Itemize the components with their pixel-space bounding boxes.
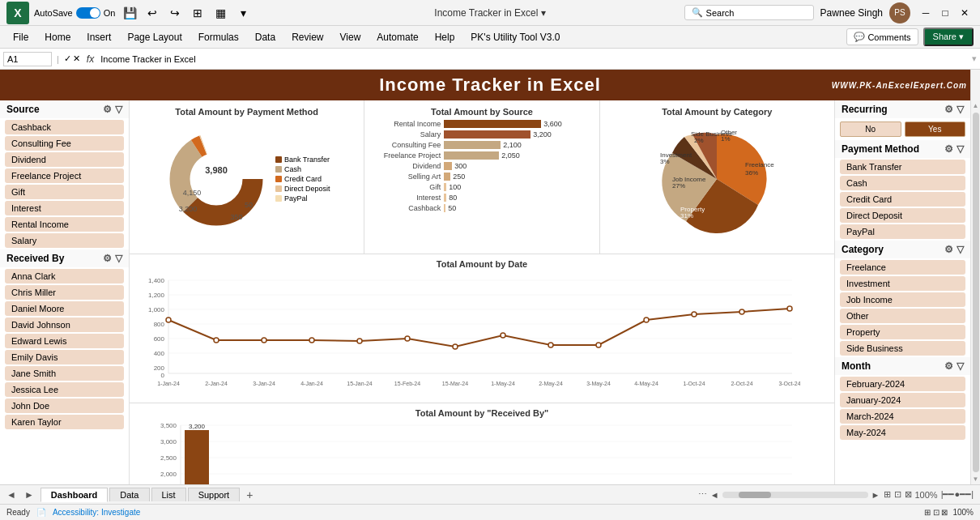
received-john-doe[interactable]: John Doe bbox=[5, 399, 124, 413]
sheet-options-icon[interactable]: ⋯ bbox=[698, 489, 707, 500]
source-filter-icon[interactable]: ▽ bbox=[115, 104, 122, 115]
received-filter-icon[interactable]: ▽ bbox=[115, 253, 122, 264]
comments-button[interactable]: 💬 Comments bbox=[846, 28, 918, 45]
scrollbar-left-icon[interactable]: ◄ bbox=[710, 490, 719, 500]
source-salary[interactable]: Salary bbox=[5, 233, 124, 248]
close-button[interactable]: ✕ bbox=[956, 4, 974, 22]
menu-automate[interactable]: Automate bbox=[370, 28, 424, 46]
payment-credit-card[interactable]: Credit Card bbox=[840, 192, 965, 207]
tab-nav-left[interactable]: ◄ bbox=[3, 489, 19, 501]
category-other[interactable]: Other bbox=[840, 309, 965, 323]
received-daniel-moore[interactable]: Daniel Moore bbox=[5, 301, 124, 316]
received-emily-davis[interactable]: Emily Davis bbox=[5, 350, 124, 364]
view-normal-icon[interactable]: ⊞ bbox=[884, 489, 891, 500]
menu-view[interactable]: View bbox=[334, 28, 368, 46]
vertical-scrollbar[interactable]: ▲ ▼ bbox=[970, 100, 980, 484]
formula-expand-icon[interactable]: ▾ bbox=[972, 53, 977, 64]
recurring-filter-icon[interactable]: ▽ bbox=[957, 104, 964, 115]
source-rental-income[interactable]: Rental Income bbox=[5, 217, 124, 232]
source-freelance-project[interactable]: Freelance Project bbox=[5, 168, 124, 183]
received-karen-taylor[interactable]: Karen Taylor bbox=[5, 415, 124, 429]
source-interest[interactable]: Interest bbox=[5, 201, 124, 215]
received-jessica-lee[interactable]: Jessica Lee bbox=[5, 382, 124, 397]
received-label: Received By bbox=[6, 253, 64, 264]
scrollbar-right-icon[interactable]: ► bbox=[871, 490, 880, 500]
svg-text:27%: 27% bbox=[672, 182, 685, 190]
zoom-slider-icon[interactable]: |━━●━━| bbox=[941, 489, 974, 500]
recurring-yes-button[interactable]: Yes bbox=[905, 121, 966, 137]
view-page-layout-icon[interactable]: ⊡ bbox=[894, 489, 901, 500]
view-page-break-icon[interactable]: ⊠ bbox=[905, 489, 912, 500]
month-jan-2024[interactable]: January-2024 bbox=[840, 393, 965, 407]
tab-support[interactable]: Support bbox=[188, 488, 241, 501]
month-may-2024[interactable]: May-2024 bbox=[840, 425, 965, 440]
payment-paypal[interactable]: PayPal bbox=[840, 224, 965, 239]
source-consulting-fee[interactable]: Consulting Fee bbox=[5, 136, 124, 151]
month-mar-2024[interactable]: March-2024 bbox=[840, 409, 965, 424]
menu-pk-tool[interactable]: PK's Utility Tool V3.0 bbox=[464, 28, 566, 46]
menu-page-layout[interactable]: Page Layout bbox=[121, 28, 188, 46]
share-button[interactable]: Share ▾ bbox=[923, 28, 974, 46]
title-dropdown[interactable]: ▾ bbox=[541, 7, 546, 19]
autosave-toggle[interactable] bbox=[76, 7, 100, 19]
tab-dashboard[interactable]: Dashboard bbox=[40, 488, 108, 502]
menu-file[interactable]: File bbox=[6, 28, 35, 46]
category-freelance[interactable]: Freelance bbox=[840, 260, 965, 275]
recurring-no-button[interactable]: No bbox=[840, 121, 901, 137]
add-sheet-button[interactable]: + bbox=[241, 487, 258, 503]
grid-icon[interactable]: ⊞ bbox=[188, 3, 207, 23]
view-icon[interactable]: ▦ bbox=[211, 3, 230, 23]
menu-formulas[interactable]: Formulas bbox=[192, 28, 245, 46]
received-anna-clark[interactable]: Anna Clark bbox=[5, 269, 124, 283]
menu-help[interactable]: Help bbox=[428, 28, 462, 46]
month-feb-2024[interactable]: February-2024 bbox=[840, 377, 965, 391]
payment-direct-deposit[interactable]: Direct Deposit bbox=[840, 208, 965, 223]
check-icon[interactable]: ✓ bbox=[64, 53, 71, 64]
svg-text:2-Oct-24: 2-Oct-24 bbox=[731, 381, 752, 386]
search-box[interactable]: 🔍 Search bbox=[684, 5, 814, 20]
category-sort-icon[interactable]: ⚙ bbox=[944, 244, 953, 255]
source-cashback[interactable]: Cashback bbox=[5, 120, 124, 134]
source-sort-icon[interactable]: ⚙ bbox=[103, 104, 112, 115]
menu-review[interactable]: Review bbox=[285, 28, 330, 46]
payment-filter-icon[interactable]: ▽ bbox=[957, 143, 964, 155]
cell-reference-input[interactable] bbox=[3, 52, 52, 66]
month-sort-icon[interactable]: ⚙ bbox=[944, 360, 953, 372]
category-property[interactable]: Property bbox=[840, 325, 965, 339]
minimize-button[interactable]: ─ bbox=[917, 4, 935, 22]
cancel-formula-icon[interactable]: ✕ bbox=[73, 53, 80, 64]
menu-insert[interactable]: Insert bbox=[80, 28, 117, 46]
received-edward-lewis[interactable]: Edward Lewis bbox=[5, 334, 124, 348]
redo-icon[interactable]: ↪ bbox=[165, 3, 185, 23]
payment-cash[interactable]: Cash bbox=[840, 176, 965, 190]
category-job-income[interactable]: Job Income bbox=[840, 292, 965, 307]
accessibility-status[interactable]: Accessibility: Investigate bbox=[53, 508, 140, 517]
source-label: Source bbox=[6, 104, 40, 115]
recurring-sort-icon[interactable]: ⚙ bbox=[944, 104, 953, 115]
received-chris-miller[interactable]: Chris Miller bbox=[5, 285, 124, 300]
month-filter-icon[interactable]: ▽ bbox=[957, 360, 964, 372]
undo-icon[interactable]: ↩ bbox=[143, 3, 162, 23]
source-dividend[interactable]: Dividend bbox=[5, 152, 124, 167]
menu-data[interactable]: Data bbox=[249, 28, 282, 46]
category-investment[interactable]: Investment bbox=[840, 276, 965, 291]
avatar[interactable]: PS bbox=[889, 2, 910, 23]
tab-list[interactable]: List bbox=[151, 488, 186, 501]
dropdown-icon[interactable]: ▾ bbox=[233, 3, 253, 23]
save-icon[interactable]: 💾 bbox=[120, 3, 139, 23]
svg-point-44 bbox=[501, 333, 505, 338]
scrollbar-up[interactable] bbox=[970, 70, 980, 100]
received-jane-smith[interactable]: Jane Smith bbox=[5, 366, 124, 381]
payment-bank-transfer[interactable]: Bank Transfer bbox=[840, 160, 965, 174]
tab-nav-right[interactable]: ► bbox=[21, 489, 37, 501]
category-side-business[interactable]: Side Business bbox=[840, 341, 965, 356]
tab-data[interactable]: Data bbox=[109, 488, 149, 501]
menu-home[interactable]: Home bbox=[38, 28, 77, 46]
horizontal-scrollbar[interactable] bbox=[722, 492, 868, 498]
payment-sort-icon[interactable]: ⚙ bbox=[944, 143, 953, 155]
source-gift[interactable]: Gift bbox=[5, 185, 124, 199]
received-david-johnson[interactable]: David Johnson bbox=[5, 318, 124, 332]
category-filter-icon[interactable]: ▽ bbox=[957, 244, 964, 255]
received-sort-icon[interactable]: ⚙ bbox=[103, 253, 112, 264]
maximize-button[interactable]: □ bbox=[936, 4, 954, 22]
